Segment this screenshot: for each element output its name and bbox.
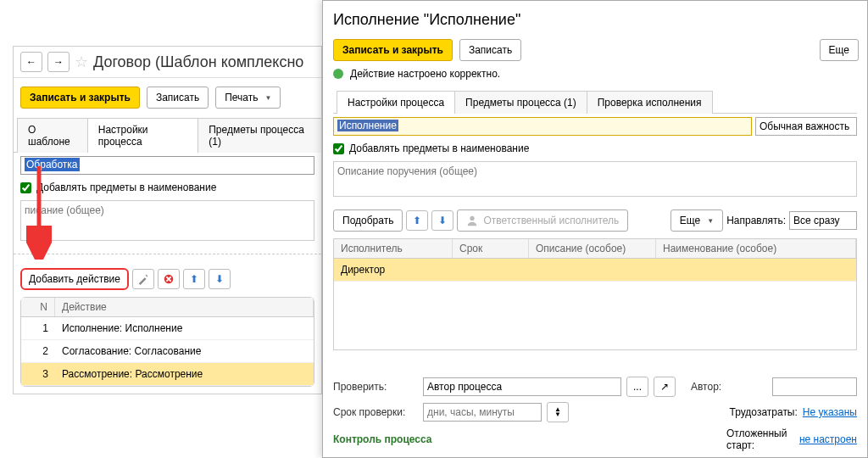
add-action-button[interactable]: Добавить действие <box>20 268 129 290</box>
direct-label: Направлять: <box>726 215 786 226</box>
more-button-2[interactable]: Еще▼ <box>670 209 723 232</box>
move-down-button[interactable]: ⬇ <box>431 210 453 231</box>
arrow-up-icon: ⬆ <box>413 215 421 226</box>
tab-process-settings[interactable]: Настройки процесса <box>337 91 455 114</box>
wand-icon <box>137 273 149 285</box>
description-textarea[interactable] <box>333 161 857 197</box>
tab-check[interactable]: Проверка исполнения <box>587 91 713 114</box>
author-label: Автор: <box>691 381 767 393</box>
action-row[interactable]: 2 Согласование: Согласование <box>21 340 314 363</box>
col-desc: Описание (особое) <box>529 239 656 258</box>
delete-button[interactable] <box>158 269 180 289</box>
page-title: Договор (Шаблон комплексно <box>93 53 303 71</box>
annotation-arrow <box>26 166 52 260</box>
stepper-button[interactable]: ▲▼ <box>547 402 569 422</box>
wizard-button[interactable] <box>132 269 154 289</box>
deadline-label: Срок проверки: <box>333 406 418 418</box>
responsible-button[interactable]: Ответственный исполнитель <box>457 209 628 232</box>
deadline-input[interactable] <box>423 403 542 422</box>
pick-button[interactable]: Подобрать <box>333 209 403 232</box>
open-button[interactable]: ↗ <box>654 377 676 397</box>
move-up-button[interactable]: ⬆ <box>406 210 428 231</box>
arrow-down-icon: ⬇ <box>438 215 447 226</box>
performer-row[interactable]: Директор <box>334 259 856 282</box>
add-subjects-checkbox[interactable] <box>333 143 344 154</box>
tab-subjects[interactable]: Предметы процесса (1) <box>454 91 587 114</box>
favorite-icon[interactable]: ☆ <box>75 53 88 71</box>
svg-point-2 <box>470 216 475 221</box>
check-label: Проверить: <box>333 381 418 393</box>
col-n-header: N <box>21 298 55 316</box>
control-header: Контроль процесса <box>333 430 431 449</box>
arrow-up-icon: ⬆ <box>190 273 198 285</box>
delayed-label: Отложенный старт: <box>726 427 794 451</box>
back-button[interactable]: ← <box>20 52 42 72</box>
direction-select[interactable]: Все сразу <box>789 211 857 230</box>
importance-select[interactable]: Обычная важность <box>755 117 857 136</box>
select-button[interactable]: ... <box>626 377 648 397</box>
move-up-button[interactable]: ⬆ <box>183 269 205 289</box>
person-icon <box>466 215 478 226</box>
col-deadline: Срок <box>453 239 529 258</box>
more-button[interactable]: Еще <box>820 39 859 61</box>
window-title: Исполнение "Исполнение" <box>323 1 867 36</box>
stepper-icon: ▲▼ <box>554 407 561 417</box>
arrow-down-icon: ⬇ <box>215 273 224 285</box>
add-subjects-label: Добавлять предметы в наименование <box>349 142 529 154</box>
delayed-link[interactable]: не настроен <box>799 433 857 445</box>
description-textarea[interactable] <box>20 200 314 241</box>
tab-subjects[interactable]: Предметы процесса (1) <box>198 118 322 153</box>
save-close-button[interactable]: Записать и закрыть <box>333 39 453 61</box>
tab-about[interactable]: О шаблоне <box>17 118 88 153</box>
save-button[interactable]: Записать <box>459 39 521 61</box>
save-close-button[interactable]: Записать и закрыть <box>20 87 140 109</box>
action-row[interactable]: 1 Исполнение: Исполнение <box>21 317 314 340</box>
add-subjects-label: Добавлять предметы в наименование <box>36 182 216 193</box>
col-name: Наименование (особое) <box>656 239 856 258</box>
save-button[interactable]: Записать <box>147 87 209 109</box>
author-input[interactable] <box>772 377 857 396</box>
delete-icon <box>163 273 175 285</box>
check-input[interactable] <box>423 377 621 396</box>
status-ok-icon <box>333 69 343 79</box>
action-row[interactable]: 3 Рассмотрение: Рассмотрение <box>21 363 314 386</box>
col-action-header: Действие <box>55 298 314 316</box>
labor-link[interactable]: Не указаны <box>803 406 857 418</box>
labor-label: Трудозатраты: <box>730 406 798 418</box>
print-button[interactable]: Печать▼ <box>215 87 281 109</box>
open-icon: ↗ <box>660 381 669 393</box>
name-input[interactable]: Обработка <box>20 156 314 175</box>
tab-process-settings[interactable]: Настройки процесса <box>87 118 199 153</box>
status-text: Действие настроено корректно. <box>350 68 500 80</box>
move-down-button[interactable]: ⬇ <box>209 269 231 289</box>
forward-button[interactable]: → <box>47 52 70 72</box>
name-input[interactable]: Исполнение <box>333 117 752 136</box>
col-performer: Исполнитель <box>334 239 453 258</box>
